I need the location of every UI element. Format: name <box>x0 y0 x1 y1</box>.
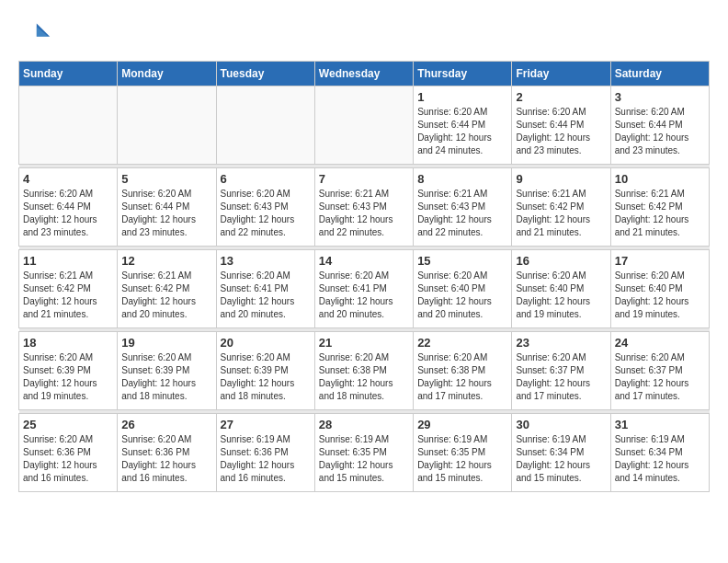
day-number: 7 <box>319 172 409 186</box>
svg-marker-1 <box>37 27 49 37</box>
calendar-day-cell: 30Sunrise: 6:19 AM Sunset: 6:34 PM Dayli… <box>512 414 610 492</box>
calendar-day-cell: 5Sunrise: 6:20 AM Sunset: 6:44 PM Daylig… <box>118 168 216 247</box>
calendar-day-cell: 7Sunrise: 6:21 AM Sunset: 6:43 PM Daylig… <box>314 168 413 247</box>
day-info-text: Sunrise: 6:20 AM Sunset: 6:40 PM Dayligh… <box>516 270 606 321</box>
calendar-day-cell <box>314 86 413 165</box>
day-number: 20 <box>221 336 311 350</box>
calendar-day-cell: 4Sunrise: 6:20 AM Sunset: 6:44 PM Daylig… <box>19 168 118 247</box>
calendar-day-cell: 29Sunrise: 6:19 AM Sunset: 6:35 PM Dayli… <box>414 414 512 492</box>
calendar-day-cell: 25Sunrise: 6:20 AM Sunset: 6:36 PM Dayli… <box>19 414 118 492</box>
calendar-day-cell <box>118 86 216 165</box>
day-of-week-header: Sunday <box>19 62 118 86</box>
day-number: 1 <box>417 90 507 104</box>
day-info-text: Sunrise: 6:21 AM Sunset: 6:42 PM Dayligh… <box>516 188 606 239</box>
day-info-text: Sunrise: 6:19 AM Sunset: 6:34 PM Dayligh… <box>615 433 705 485</box>
day-of-week-header: Friday <box>512 62 610 86</box>
day-info-text: Sunrise: 6:20 AM Sunset: 6:37 PM Dayligh… <box>615 351 705 403</box>
day-info-text: Sunrise: 6:20 AM Sunset: 6:39 PM Dayligh… <box>121 351 211 403</box>
day-number: 16 <box>516 254 606 268</box>
page-header <box>18 18 710 52</box>
day-info-text: Sunrise: 6:19 AM Sunset: 6:35 PM Dayligh… <box>417 433 507 485</box>
day-info-text: Sunrise: 6:21 AM Sunset: 6:42 PM Dayligh… <box>23 270 113 321</box>
day-info-text: Sunrise: 6:20 AM Sunset: 6:44 PM Dayligh… <box>23 188 113 239</box>
calendar-week-row: 4Sunrise: 6:20 AM Sunset: 6:44 PM Daylig… <box>19 168 710 247</box>
day-number: 31 <box>615 418 705 431</box>
day-number: 28 <box>319 418 409 431</box>
day-number: 27 <box>221 418 311 431</box>
day-info-text: Sunrise: 6:20 AM Sunset: 6:36 PM Dayligh… <box>121 433 211 485</box>
day-number: 14 <box>319 254 409 268</box>
day-number: 12 <box>121 254 211 268</box>
calendar-day-cell: 31Sunrise: 6:19 AM Sunset: 6:34 PM Dayli… <box>610 414 709 492</box>
day-number: 22 <box>417 336 507 350</box>
day-number: 11 <box>23 254 113 268</box>
calendar-day-cell: 17Sunrise: 6:20 AM Sunset: 6:40 PM Dayli… <box>610 250 709 328</box>
calendar-day-cell: 2Sunrise: 6:20 AM Sunset: 6:44 PM Daylig… <box>512 86 610 165</box>
day-info-text: Sunrise: 6:20 AM Sunset: 6:44 PM Dayligh… <box>417 106 507 157</box>
day-number: 3 <box>615 90 705 104</box>
calendar-day-cell: 9Sunrise: 6:21 AM Sunset: 6:42 PM Daylig… <box>512 168 610 247</box>
calendar-day-cell: 12Sunrise: 6:21 AM Sunset: 6:42 PM Dayli… <box>118 250 216 328</box>
calendar-day-cell: 22Sunrise: 6:20 AM Sunset: 6:38 PM Dayli… <box>414 332 512 410</box>
logo <box>18 18 55 52</box>
day-number: 13 <box>221 254 311 268</box>
day-info-text: Sunrise: 6:20 AM Sunset: 6:44 PM Dayligh… <box>615 106 705 157</box>
day-info-text: Sunrise: 6:20 AM Sunset: 6:40 PM Dayligh… <box>417 270 507 321</box>
logo-icon <box>18 18 51 52</box>
day-of-week-header: Wednesday <box>314 62 413 86</box>
day-number: 17 <box>615 254 705 268</box>
calendar-day-cell: 26Sunrise: 6:20 AM Sunset: 6:36 PM Dayli… <box>118 414 216 492</box>
calendar-day-cell: 10Sunrise: 6:21 AM Sunset: 6:42 PM Dayli… <box>610 168 709 247</box>
day-info-text: Sunrise: 6:21 AM Sunset: 6:42 PM Dayligh… <box>121 270 211 321</box>
day-number: 2 <box>516 90 606 104</box>
day-info-text: Sunrise: 6:20 AM Sunset: 6:41 PM Dayligh… <box>221 270 311 321</box>
calendar-day-cell: 20Sunrise: 6:20 AM Sunset: 6:39 PM Dayli… <box>216 332 314 410</box>
day-number: 26 <box>121 418 211 431</box>
day-info-text: Sunrise: 6:20 AM Sunset: 6:36 PM Dayligh… <box>23 433 113 485</box>
day-number: 4 <box>23 172 113 186</box>
day-number: 8 <box>417 172 507 186</box>
day-info-text: Sunrise: 6:19 AM Sunset: 6:35 PM Dayligh… <box>319 433 409 485</box>
day-info-text: Sunrise: 6:20 AM Sunset: 6:41 PM Dayligh… <box>319 270 409 321</box>
calendar-day-cell <box>19 86 118 165</box>
day-info-text: Sunrise: 6:20 AM Sunset: 6:39 PM Dayligh… <box>23 351 113 403</box>
day-info-text: Sunrise: 6:20 AM Sunset: 6:44 PM Dayligh… <box>121 188 211 239</box>
calendar-day-cell: 21Sunrise: 6:20 AM Sunset: 6:38 PM Dayli… <box>314 332 413 410</box>
calendar-day-cell: 28Sunrise: 6:19 AM Sunset: 6:35 PM Dayli… <box>314 414 413 492</box>
day-of-week-header: Saturday <box>610 62 709 86</box>
day-number: 10 <box>615 172 705 186</box>
day-number: 15 <box>417 254 507 268</box>
calendar-day-cell: 18Sunrise: 6:20 AM Sunset: 6:39 PM Dayli… <box>19 332 118 410</box>
day-info-text: Sunrise: 6:19 AM Sunset: 6:36 PM Dayligh… <box>221 433 311 485</box>
day-info-text: Sunrise: 6:20 AM Sunset: 6:43 PM Dayligh… <box>221 188 311 239</box>
day-number: 6 <box>221 172 311 186</box>
day-info-text: Sunrise: 6:19 AM Sunset: 6:34 PM Dayligh… <box>516 433 606 485</box>
day-number: 25 <box>23 418 113 431</box>
calendar-day-cell: 1Sunrise: 6:20 AM Sunset: 6:44 PM Daylig… <box>414 86 512 165</box>
calendar-week-row: 1Sunrise: 6:20 AM Sunset: 6:44 PM Daylig… <box>19 86 710 165</box>
day-number: 5 <box>121 172 211 186</box>
day-number: 29 <box>417 418 507 431</box>
day-info-text: Sunrise: 6:21 AM Sunset: 6:43 PM Dayligh… <box>319 188 409 239</box>
calendar-day-cell: 15Sunrise: 6:20 AM Sunset: 6:40 PM Dayli… <box>414 250 512 328</box>
calendar-day-cell: 16Sunrise: 6:20 AM Sunset: 6:40 PM Dayli… <box>512 250 610 328</box>
day-of-week-header: Thursday <box>414 62 512 86</box>
calendar-day-cell: 24Sunrise: 6:20 AM Sunset: 6:37 PM Dayli… <box>610 332 709 410</box>
day-number: 9 <box>516 172 606 186</box>
calendar-day-cell: 14Sunrise: 6:20 AM Sunset: 6:41 PM Dayli… <box>314 250 413 328</box>
day-of-week-header: Monday <box>118 62 216 86</box>
day-info-text: Sunrise: 6:20 AM Sunset: 6:44 PM Dayligh… <box>516 106 606 157</box>
day-info-text: Sunrise: 6:20 AM Sunset: 6:38 PM Dayligh… <box>417 351 507 403</box>
day-info-text: Sunrise: 6:20 AM Sunset: 6:37 PM Dayligh… <box>516 351 606 403</box>
day-info-text: Sunrise: 6:21 AM Sunset: 6:43 PM Dayligh… <box>417 188 507 239</box>
day-number: 21 <box>319 336 409 350</box>
day-info-text: Sunrise: 6:20 AM Sunset: 6:38 PM Dayligh… <box>319 351 409 403</box>
calendar-day-cell: 27Sunrise: 6:19 AM Sunset: 6:36 PM Dayli… <box>216 414 314 492</box>
calendar-day-cell: 13Sunrise: 6:20 AM Sunset: 6:41 PM Dayli… <box>216 250 314 328</box>
calendar-table: SundayMondayTuesdayWednesdayThursdayFrid… <box>18 61 710 492</box>
calendar-day-cell: 19Sunrise: 6:20 AM Sunset: 6:39 PM Dayli… <box>118 332 216 410</box>
calendar-day-cell: 3Sunrise: 6:20 AM Sunset: 6:44 PM Daylig… <box>610 86 709 165</box>
calendar-day-cell <box>216 86 314 165</box>
day-number: 23 <box>516 336 606 350</box>
day-info-text: Sunrise: 6:20 AM Sunset: 6:40 PM Dayligh… <box>615 270 705 321</box>
